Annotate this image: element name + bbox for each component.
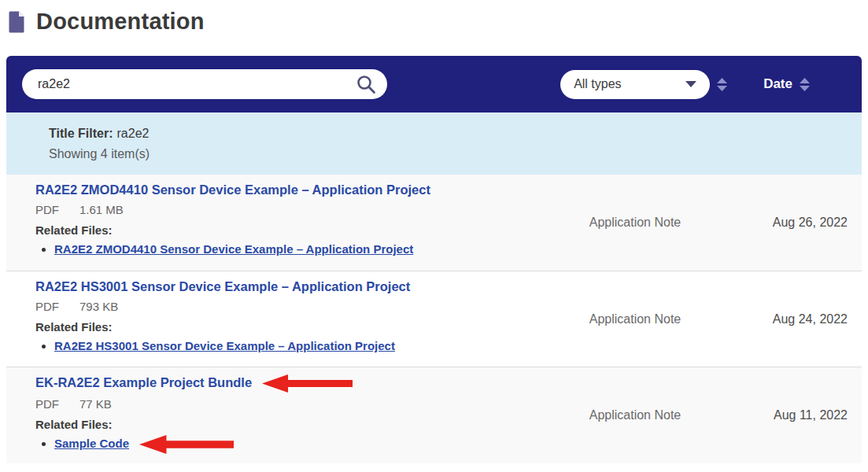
result-type: Application Note [545,271,726,367]
result-count: Showing 4 item(s) [49,144,846,164]
type-sort-icon[interactable] [717,78,727,91]
file-size: 1.61 MB [79,203,124,216]
filter-info-bar: Title Filter:ra2e2 Showing 4 item(s) [6,112,862,175]
related-file-link[interactable]: RA2E2 HS3001 Sensor Device Example – App… [54,339,395,352]
title-filter-value: ra2e2 [117,127,150,140]
result-type: Application Note [545,175,726,271]
documentation-panel: All types Date Title [6,56,862,463]
result-row: EK-RA2E2 Example Project Bundle PDF77 KB… [6,367,862,463]
title-filter-line: Title Filter:ra2e2 [49,124,846,144]
file-format: PDF [35,300,59,313]
result-title-link[interactable]: RA2E2 HS3001 Sensor Device Example – App… [35,279,410,293]
title-filter-label: Title Filter: [49,127,113,140]
search-field [22,69,387,99]
type-filter-group: All types [560,70,727,99]
type-filter-select[interactable]: All types [560,70,710,99]
documentation-page: Documentation All types [0,0,868,463]
search-toolbar: All types Date [6,56,862,112]
result-title-link[interactable]: RA2E2 ZMOD4410 Sensor Device Example – A… [35,183,430,197]
search-icon[interactable] [355,73,377,95]
file-size: 793 KB [79,300,118,313]
date-sort-control[interactable]: Date [763,76,810,92]
file-size: 77 KB [79,397,112,411]
page-header: Documentation [0,0,868,35]
results-list: RA2E2 ZMOD4410 Sensor Device Example – A… [6,175,862,463]
result-date: Aug 11, 2022 [726,367,862,463]
chevron-down-icon [685,81,696,87]
date-sort-icon[interactable] [800,78,810,91]
result-row: RA2E2 HS3001 Sensor Device Example – App… [6,271,862,367]
related-files-list: RA2E2 ZMOD4410 Sensor Device Example – A… [35,240,538,258]
related-files-label: Related Files: [35,223,538,237]
result-date: Aug 24, 2022 [726,271,862,367]
related-files-list: RA2E2 HS3001 Sensor Device Example – App… [35,337,538,355]
related-file-item: RA2E2 ZMOD4410 Sensor Device Example – A… [54,240,538,258]
result-date: Aug 26, 2022 [726,175,862,271]
annotation-arrow-icon [262,374,353,393]
page-title: Documentation [36,8,205,35]
file-format: PDF [35,397,59,411]
related-files-list: Sample Code [35,434,538,454]
related-file-link[interactable]: Sample Code [54,437,129,450]
related-file-item: Sample Code [54,434,538,454]
type-filter-value: All types [574,77,621,91]
document-icon [8,11,25,33]
related-file-link[interactable]: RA2E2 ZMOD4410 Sensor Device Example – A… [54,242,413,256]
result-type: Application Note [545,367,726,463]
date-sort-label: Date [763,76,792,92]
related-file-item: RA2E2 HS3001 Sensor Device Example – App… [54,337,538,355]
annotation-arrow-icon [139,435,234,454]
file-format: PDF [35,203,59,216]
search-input[interactable] [36,76,343,92]
related-files-label: Related Files: [35,418,538,431]
result-row: RA2E2 ZMOD4410 Sensor Device Example – A… [6,175,862,271]
related-files-label: Related Files: [35,320,538,334]
result-title-link[interactable]: EK-RA2E2 Example Project Bundle [35,375,252,389]
